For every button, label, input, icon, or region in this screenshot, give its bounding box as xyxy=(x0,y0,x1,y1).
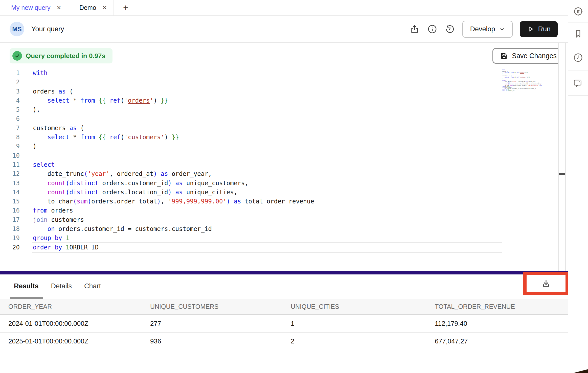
code-token: * xyxy=(70,97,80,104)
avatar[interactable]: MS xyxy=(10,22,24,36)
code-line[interactable]: orders as ( xyxy=(33,87,501,96)
code-line[interactable] xyxy=(33,114,501,123)
code-token: }} xyxy=(526,72,528,73)
code-line[interactable]: order by 1ORDER_ID xyxy=(33,243,501,252)
line-number: 19 xyxy=(0,234,20,243)
table-cell: 2 xyxy=(282,337,426,345)
line-number: 1 xyxy=(0,68,20,78)
table-cell: 677,047.27 xyxy=(426,337,568,345)
close-icon[interactable]: ✕ xyxy=(102,5,107,11)
code-line[interactable]: customers as ( xyxy=(33,124,501,133)
code-line[interactable]: select * from {{ ref('orders') }} xyxy=(33,96,501,105)
results-tab-bar: Results Details Chart xyxy=(0,274,568,298)
tab-details[interactable]: Details xyxy=(51,282,72,290)
ai-chat-sparkle-icon[interactable] xyxy=(568,74,588,92)
code-line[interactable]: with xyxy=(33,68,501,78)
history-icon[interactable] xyxy=(445,24,455,34)
code-token: as xyxy=(161,170,168,177)
close-icon[interactable]: ✕ xyxy=(57,5,61,11)
download-results-button[interactable] xyxy=(538,276,554,291)
code-token xyxy=(51,235,55,242)
code-token xyxy=(33,97,48,104)
code-token: order xyxy=(33,244,51,251)
code-line[interactable]: count(distinct orders.customer_id) as un… xyxy=(33,179,501,188)
code-token: }} xyxy=(172,134,179,141)
code-token xyxy=(62,244,66,251)
info-icon[interactable] xyxy=(427,24,438,34)
code-token xyxy=(33,134,48,141)
code-line[interactable] xyxy=(33,151,501,160)
code-token: ( xyxy=(77,125,84,132)
code-token: ref xyxy=(516,77,518,78)
query-toolbar: MS Your query Develop xyxy=(0,16,568,43)
code-token: ) xyxy=(153,170,157,177)
code-line[interactable]: from orders xyxy=(33,206,501,215)
code-token: date_trunc xyxy=(33,170,84,177)
code-token: as xyxy=(70,125,77,132)
line-number: 9 xyxy=(0,142,20,151)
tab-chart[interactable]: Chart xyxy=(84,282,101,290)
code-token: orders xyxy=(520,72,524,73)
code-line[interactable]: join customers xyxy=(33,215,501,224)
code-token: sum xyxy=(77,198,87,205)
code-token: distinct xyxy=(70,189,99,196)
code-token: orders.customer_id xyxy=(99,180,168,187)
code-token: , xyxy=(161,198,168,205)
code-line[interactable]: select * from {{ ref('customers') }} xyxy=(33,133,501,142)
code-line[interactable]: on orders.customer_id = customers.custom… xyxy=(33,224,501,234)
code-token xyxy=(172,180,175,187)
code-line[interactable]: count(distinct orders.location_id) as un… xyxy=(33,188,501,197)
save-icon xyxy=(500,52,508,60)
code-token: 1 xyxy=(66,244,69,251)
tab-results[interactable]: Results xyxy=(14,282,39,290)
code-token xyxy=(33,189,48,196)
editor-scrollbar xyxy=(558,43,566,271)
editor-minimap[interactable]: with orders as ( select * from {{ ref('o… xyxy=(502,69,542,91)
code-token: ) xyxy=(157,198,161,205)
code-token: order_year, xyxy=(168,170,212,177)
line-number: 16 xyxy=(0,206,20,215)
line-number: 12 xyxy=(0,169,20,178)
line-number: 4 xyxy=(0,96,20,105)
new-tab-button[interactable]: + xyxy=(114,0,137,15)
code-token: unique_customers, xyxy=(183,180,248,187)
save-label: Save Changes xyxy=(512,52,557,60)
table-cell: 1 xyxy=(282,320,426,328)
tab-demo[interactable]: Demo ✕ xyxy=(68,0,114,15)
play-icon xyxy=(527,25,534,33)
line-number: 8 xyxy=(0,133,20,142)
code-token: ref xyxy=(109,97,120,104)
code-token: group xyxy=(33,235,51,242)
code-token: distinct xyxy=(70,180,99,187)
line-number: 6 xyxy=(0,114,20,123)
column-header: ORDER_YEAR xyxy=(0,303,142,310)
code-line[interactable] xyxy=(33,78,501,87)
code-line[interactable]: group by 1 xyxy=(33,234,501,243)
code-token: '999,999,999.00' xyxy=(168,198,227,205)
code-line[interactable]: select xyxy=(33,160,501,169)
develop-dropdown[interactable]: Develop xyxy=(462,21,513,38)
bookmark-icon[interactable] xyxy=(568,25,588,43)
code-line[interactable]: ), xyxy=(33,105,501,114)
code-token: from xyxy=(33,207,48,214)
share-icon[interactable] xyxy=(409,24,420,34)
tab-my-new-query[interactable]: My new query ✕ xyxy=(0,0,68,15)
code-line[interactable]: date_trunc('year', ordered_at) as order_… xyxy=(33,169,501,178)
code-token: '999,999,999.00' xyxy=(528,85,539,86)
history-clock-icon[interactable] xyxy=(568,49,588,66)
scrollbar-thumb[interactable] xyxy=(559,173,565,175)
query-title: Your query xyxy=(31,25,64,33)
code-token: select xyxy=(505,72,509,73)
code-token: 'year' xyxy=(88,170,110,177)
panel-resize-divider[interactable] xyxy=(0,271,568,274)
code-token: orders.customer_id = customers.customer_… xyxy=(506,88,536,89)
save-changes-button[interactable]: Save Changes xyxy=(492,48,564,64)
code-line[interactable]: ) xyxy=(33,142,501,151)
code-token: from xyxy=(511,77,514,78)
table-row: 2025-01-01T00:00:00.000Z9362677,047.27 xyxy=(0,333,568,350)
compass-icon[interactable] xyxy=(568,3,588,20)
code-token: orders xyxy=(48,207,73,214)
sql-code-editor[interactable]: with orders as ( select * from {{ ref('o… xyxy=(33,68,501,252)
code-line[interactable]: to_char(sum(orders.order_total), '999,99… xyxy=(33,197,501,206)
run-button[interactable]: Run xyxy=(520,21,558,37)
